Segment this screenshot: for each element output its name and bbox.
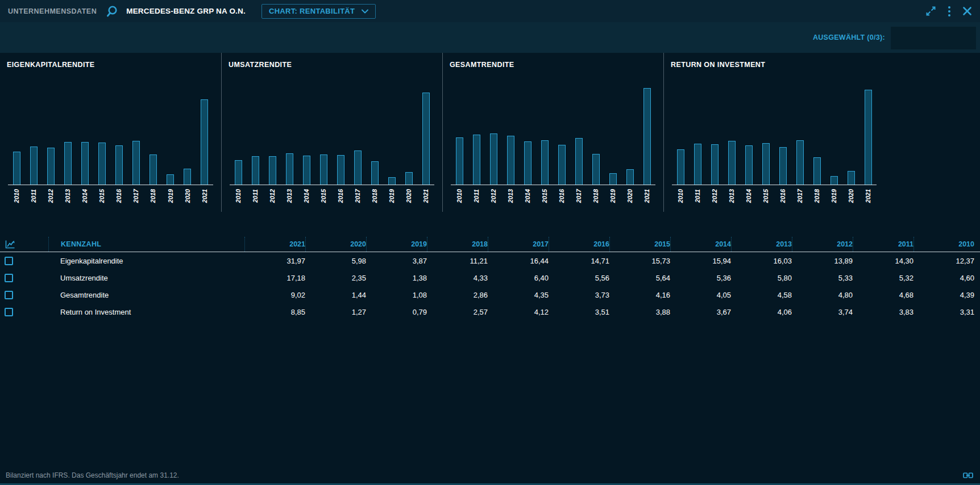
bar (609, 173, 617, 185)
bar (371, 161, 379, 185)
row-value: 2,57 (427, 308, 488, 316)
row-value: 4,12 (488, 308, 549, 316)
x-axis-tick-label: 2014 (745, 189, 752, 203)
row-checkbox[interactable] (5, 274, 13, 282)
column-header-year: 2021 (244, 237, 305, 252)
row-value: 4,16 (609, 291, 670, 299)
x-axis-tick-label: 2021 (422, 189, 429, 203)
row-value: 13,89 (792, 257, 853, 265)
bar (558, 145, 566, 185)
row-value: 3,31 (913, 308, 974, 316)
x-axis-tick-label: 2018 (813, 189, 820, 203)
bar (132, 141, 140, 185)
row-value: 5,56 (549, 274, 609, 282)
row-value: 11,21 (427, 257, 488, 265)
bar (47, 148, 55, 185)
chart-panel: GESAMTRENDITE201020112012201320142015201… (442, 53, 663, 212)
x-axis-tick-label: 2020 (184, 189, 191, 203)
chart-plot-area (671, 71, 878, 185)
chart-plot-area (7, 71, 214, 185)
x-axis-tick-label: 2019 (388, 189, 395, 203)
bar (13, 152, 20, 185)
x-axis-tick-label: 2010 (677, 189, 684, 203)
bar (626, 169, 634, 185)
row-value: 4,35 (488, 291, 549, 299)
x-axis-tick-label: 2012 (711, 189, 718, 203)
link-icon[interactable] (963, 471, 973, 479)
chart-type-dropdown-label: CHART: RENTABILITÄT (269, 7, 355, 15)
x-axis-tick-label: 2016 (337, 189, 344, 203)
x-axis-tick-label: 2013 (64, 189, 71, 203)
expand-icon[interactable] (925, 6, 936, 16)
x-axis-tick-label: 2014 (303, 189, 310, 203)
row-value: 3,87 (366, 257, 427, 265)
bar (184, 169, 191, 185)
bar (422, 93, 430, 185)
row-value: 5,64 (609, 274, 670, 282)
row-value: 5,32 (853, 274, 913, 282)
chart-panel: UMSATZRENDITE201020112012201320142015201… (221, 53, 442, 212)
row-checkbox[interactable] (5, 308, 13, 316)
bar (201, 99, 208, 185)
row-value: 1,27 (305, 308, 366, 316)
bar (388, 177, 396, 185)
row-checkbox[interactable] (5, 257, 13, 265)
row-value: 4,80 (792, 291, 853, 299)
close-icon[interactable] (962, 6, 972, 16)
chart-title: UMSATZRENDITE (229, 61, 435, 69)
row-value: 3,73 (549, 291, 609, 299)
bar (694, 144, 701, 185)
x-axis-tick-label: 2013 (507, 189, 514, 203)
bar (98, 143, 106, 185)
x-axis-tick-label: 2016 (558, 189, 565, 203)
row-value: 16,03 (731, 257, 792, 265)
row-value: 6,40 (488, 274, 549, 282)
chart-type-dropdown[interactable]: CHART: RENTABILITÄT (261, 4, 376, 19)
x-axis-tick-label: 2019 (167, 189, 174, 203)
column-header-year: 2014 (670, 237, 731, 252)
selected-count-label: AUSGEWÄHLT (0/3): (813, 34, 885, 41)
chart-plot-area (450, 71, 657, 185)
row-value: 5,36 (670, 274, 731, 282)
trend-chart-icon[interactable] (0, 237, 48, 252)
table-row: Eigenkapitalrendite31,975,983,8711,2116,… (0, 252, 980, 269)
table-row: Gesamtrendite9,021,441,082,864,353,734,1… (0, 286, 980, 303)
table-row: Return on Investment8,851,270,792,574,12… (0, 303, 980, 320)
x-axis-tick-label: 2014 (81, 189, 88, 203)
x-axis-tick-label: 2012 (490, 189, 497, 203)
more-options-icon[interactable] (948, 6, 951, 17)
chart-title: EIGENKAPITALRENDITE (7, 61, 214, 69)
column-header-year: 2010 (913, 237, 974, 252)
x-axis-tick-label: 2018 (150, 189, 157, 203)
column-header-year: 2017 (488, 237, 549, 252)
row-value: 9,02 (244, 291, 305, 299)
row-value: 5,33 (792, 274, 853, 282)
bar (677, 149, 684, 185)
column-header-year: 2015 (609, 237, 670, 252)
row-value: 3,74 (792, 308, 853, 316)
row-value: 15,94 (670, 257, 731, 265)
bar (269, 156, 276, 185)
x-axis-tick-label: 2017 (575, 189, 582, 203)
row-checkbox[interactable] (5, 291, 13, 299)
search-icon[interactable] (106, 5, 119, 18)
x-axis-tick-label: 2020 (405, 189, 412, 203)
window-controls (925, 6, 972, 17)
row-value: 8,85 (244, 308, 305, 316)
column-header-year: 2013 (731, 237, 792, 252)
chevron-down-icon (362, 9, 368, 14)
x-axis-tick-label: 2015 (320, 189, 327, 203)
x-axis-tick-label: 2018 (371, 189, 378, 203)
bar (541, 140, 549, 185)
bar (286, 153, 293, 185)
x-axis-tick-label: 2012 (269, 189, 276, 203)
column-header-year: 2020 (305, 237, 366, 252)
bar (167, 174, 174, 185)
column-header-year: 2012 (792, 237, 853, 252)
x-axis-tick-label: 2016 (116, 189, 123, 203)
bar (252, 156, 259, 185)
selection-slot (891, 27, 976, 49)
x-axis-tick-label: 2010 (456, 189, 463, 203)
row-value: 31,97 (244, 257, 305, 265)
x-axis-tick-label: 2020 (626, 189, 633, 203)
